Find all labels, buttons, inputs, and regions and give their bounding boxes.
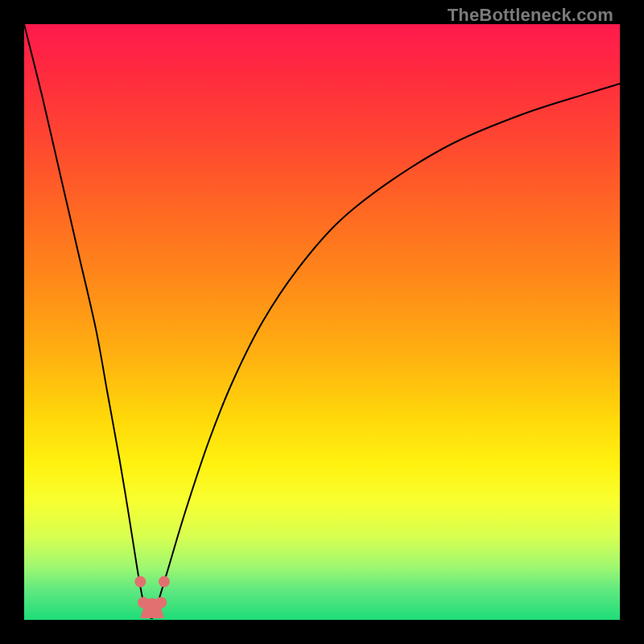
bottleneck-curve xyxy=(24,24,620,618)
min-region-dot xyxy=(138,597,149,609)
min-region-markers xyxy=(134,576,170,618)
min-region-fill xyxy=(140,598,164,618)
min-region-dot xyxy=(155,597,167,609)
watermark-text: TheBottleneck.com xyxy=(448,5,613,26)
curve-layer xyxy=(24,24,620,620)
plot-area xyxy=(24,24,620,620)
min-region-dot xyxy=(134,576,146,588)
min-region-dot xyxy=(159,576,170,588)
chart-frame: TheBottleneck.com xyxy=(0,0,644,644)
